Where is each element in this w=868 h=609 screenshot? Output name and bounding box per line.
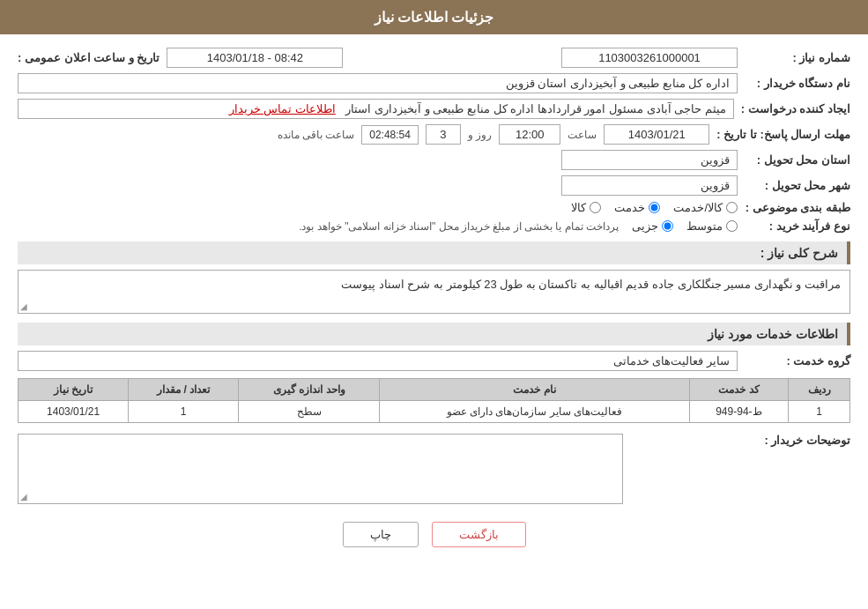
buttons-row: بازگشت چاپ	[18, 522, 850, 547]
city-row: شهر محل تحویل : قزوین	[18, 175, 850, 196]
category-kala[interactable]: کالا	[571, 201, 601, 214]
purchase-type-radio-group: متوسط جزیی پرداخت تمام یا بخشی از مبلغ خ…	[18, 219, 738, 233]
province-row: استان محل تحویل : قزوین	[18, 150, 850, 170]
buyer-org-label: نام دستگاه خریدار :	[745, 77, 850, 90]
group-service-row: گروه خدمت : سایر فعالیت‌های خدماتی	[18, 351, 850, 371]
need-number-label: شماره نیاز :	[745, 51, 850, 64]
col-quantity: تعداد / مقدار	[129, 379, 239, 401]
services-section-title: اطلاعات خدمات مورد نیاز	[18, 323, 850, 345]
category-radio-group: کالا/خدمت خدمت کالا	[18, 201, 738, 214]
description-text: مراقبت و نگهداری مسیر جنگلکاری جاده قدیم…	[18, 270, 850, 314]
table-row: 1ط-94-949فعالیت‌های سایر سازمان‌های دارا…	[19, 401, 850, 423]
category-row: طبقه بندی موضوعی : کالا/خدمت خدمت کالا	[18, 201, 850, 214]
category-khadamat[interactable]: خدمت	[614, 201, 660, 214]
deadline-time-label: ساعت	[568, 129, 597, 141]
buyer-notes-resize-icon: ◢	[20, 492, 27, 501]
announce-value: 1403/01/18 - 08:42	[167, 48, 343, 68]
province-value: قزوین	[561, 150, 738, 170]
page-header: جزئیات اطلاعات نیاز	[0, 0, 868, 34]
need-number-value: 1103003261000001	[561, 48, 738, 68]
deadline-remaining: 02:48:54	[361, 125, 419, 145]
deadline-row: مهلت ارسال پاسخ: تا تاریخ : 1403/01/21 س…	[18, 124, 850, 145]
page-title: جزئیات اطلاعات نیاز	[375, 10, 494, 25]
group-service-value: سایر فعالیت‌های خدماتی	[18, 351, 738, 371]
purchase-type-label: نوع فرآیند خرید :	[745, 219, 850, 233]
buyer-notes-label: توضیحات خریدار :	[745, 434, 850, 447]
table-cell-0: 1	[789, 401, 850, 423]
buyer-org-value: اداره کل منابع طبیعی و آبخیزداری استان ق…	[18, 73, 738, 93]
purchase-type-motavaset[interactable]: متوسط	[686, 219, 738, 233]
col-name: نام خدمت	[380, 379, 689, 401]
creator-value: میثم حاجی آبادی مسئول امور قراردادها ادا…	[18, 99, 734, 119]
purchase-type-jozi[interactable]: جزیی	[632, 219, 673, 233]
deadline-time: 12:00	[499, 124, 560, 145]
table-cell-1: ط-94-949	[689, 401, 789, 423]
print-button[interactable]: چاپ	[343, 522, 419, 547]
deadline-label: مهلت ارسال پاسخ: تا تاریخ :	[716, 128, 850, 141]
creator-contact-link[interactable]: اطلاعات تماس خریدار	[229, 102, 336, 115]
col-date: تاریخ نیاز	[19, 379, 129, 401]
col-unit: واحد اندازه گیری	[239, 379, 380, 401]
services-table: ردیف کد خدمت نام خدمت واحد اندازه گیری ت…	[18, 378, 850, 423]
table-cell-3: سطح	[239, 401, 380, 423]
buyer-org-row: نام دستگاه خریدار : اداره کل منابع طبیعی…	[18, 73, 850, 93]
deadline-remaining-label: ساعت باقی مانده	[278, 129, 355, 141]
purchase-type-row: نوع فرآیند خرید : متوسط جزیی پرداخت تمام…	[18, 219, 850, 233]
deadline-date: 1403/01/21	[604, 124, 709, 145]
col-row-num: ردیف	[789, 379, 850, 401]
purchase-type-note: پرداخت تمام یا بخشی از مبلغ خریداز محل "…	[299, 220, 619, 233]
buyer-notes-row: توضیحات خریدار : ◢	[18, 434, 850, 504]
group-service-label: گروه خدمت :	[745, 354, 850, 368]
deadline-days: 3	[426, 124, 461, 145]
description-section-title: شرح کلی نیاز :	[18, 241, 850, 264]
table-cell-4: 1	[129, 401, 239, 423]
category-label: طبقه بندی موضوعی :	[745, 201, 850, 214]
announce-label: تاریخ و ساعت اعلان عمومی :	[18, 51, 160, 64]
deadline-days-label: روز و	[468, 129, 492, 141]
category-kala-khadamat[interactable]: کالا/خدمت	[673, 201, 738, 214]
city-label: شهر محل تحویل :	[745, 179, 850, 192]
resize-handle-icon: ◢	[20, 301, 27, 311]
need-number-row: شماره نیاز : 1103003261000001 1403/01/18…	[18, 48, 850, 68]
table-cell-5: 1403/01/21	[19, 401, 129, 423]
creator-label: ایجاد کننده درخواست :	[741, 102, 850, 115]
city-value: قزوین	[561, 175, 738, 196]
buyer-notes-box: ◢	[18, 434, 623, 504]
creator-row: ایجاد کننده درخواست : میثم حاجی آبادی مس…	[18, 99, 850, 119]
province-label: استان محل تحویل :	[745, 153, 850, 167]
table-cell-2: فعالیت‌های سایر سازمان‌های دارای عضو	[380, 401, 689, 423]
back-button[interactable]: بازگشت	[432, 522, 526, 547]
col-code: کد خدمت	[689, 379, 789, 401]
